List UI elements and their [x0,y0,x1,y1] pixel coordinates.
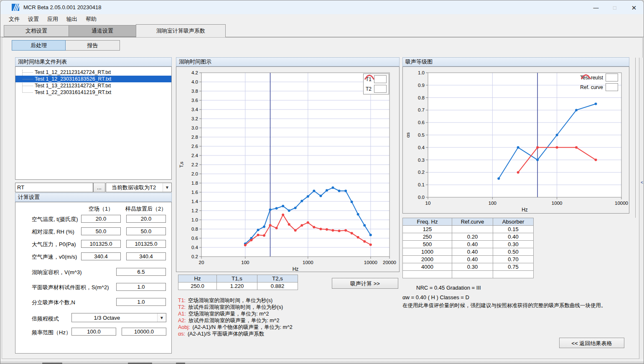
abs-table-row: 1250.15 [403,226,534,233]
tab-channel-settings[interactable]: 通道设置 [69,25,136,37]
absorption-chart-header: 吸声等级图 [402,57,629,66]
legend-entry-ref-curve: Ref. curve [580,83,618,91]
svg-text:0.8: 0.8 [418,95,425,100]
label-air-temp: 空气温度, t(摄氏度) [32,216,78,223]
note-line: A2:放试件后混响室的吸声量，单位为: m^2 [178,317,293,324]
rt-table-cell-t1: 1.220 [217,283,257,290]
file-item[interactable]: Test 1_22_230316141219_RT.txt [15,89,171,96]
humidity-2-input[interactable] [126,227,166,235]
absorption-chart-legend: Test reulst Ref. curve [580,74,618,91]
abs-table-row: 20000.400.70 [403,256,534,263]
rt-table-header-t2: T2,s [257,275,298,283]
pressure-2-input[interactable] [126,240,166,248]
air-temp-2-input[interactable] [126,215,166,223]
absorption-calc-button[interactable]: 吸声计算 >> [332,278,398,289]
abs-table-row: 5000.400.30 [403,241,534,248]
app-icon [12,4,19,11]
subtab-postprocess[interactable]: 后处理 [12,40,66,51]
label-octave-mode: 倍频程模式 [32,315,59,323]
cell-freq: 4000 [403,263,452,271]
cell-absorber [493,271,534,278]
cell-freq: 250 [403,233,452,241]
collapse-strip[interactable]: < [639,58,644,359]
file-item[interactable]: Test 1_13_221123142724_RT.txt [15,82,171,89]
svg-text:0.3: 0.3 [418,158,425,163]
legend-label: Ref. curve [580,84,603,90]
rt-table-cell-hz: 250.0 [178,283,217,290]
t1-curve-icon [374,75,387,83]
svg-text:0.2: 0.2 [191,254,198,259]
cell-ref [452,226,493,233]
abs-table-row: 10000.400.50 [403,248,534,256]
cell-ref: 0.30 [452,263,493,271]
abs-table-header-absorber: Absorber [493,218,534,226]
subtab-report[interactable]: 报告 [65,40,120,51]
legend-label: T2 [366,86,372,92]
menu-apply[interactable]: 应用 [43,15,62,24]
chevron-down-icon[interactable]: ▼ [163,183,171,192]
cell-freq: 2000 [403,256,452,263]
tab-reverb-absorption[interactable]: 混响室计算吸声系数 [136,24,226,37]
abs-table-header-freq: Freq. Hz [403,218,452,226]
rt-name-input[interactable] [15,183,93,192]
menu-help[interactable]: 帮助 [81,15,101,24]
freq-min-input[interactable] [71,328,116,336]
note-text: (A2-A1)/S 平面吸声体的吸声系数 [188,331,264,337]
cell-absorber: 0.50 [493,248,534,256]
humidity-1-input[interactable] [81,227,121,235]
rt-chart[interactable]: 0.20.40.60.81.01.21.41.61.82.02.22.42.62… [176,67,400,272]
test-result-curve-icon [606,74,618,81]
tab-document-settings[interactable]: 文档设置 [4,25,69,37]
cell-ref: 0.20 [452,233,493,241]
absorber-count-input[interactable] [116,298,166,306]
maximize-button[interactable]: □ [605,0,624,14]
rt-chart-legend: T1 T2 [363,74,389,94]
menu-settings[interactable]: 设置 [24,15,43,24]
svg-text:0.9: 0.9 [418,83,425,88]
svg-text:100: 100 [489,201,496,206]
room-volume-input[interactable] [116,268,166,276]
menu-output[interactable]: 输出 [62,15,81,24]
air-temp-1-input[interactable] [81,215,121,223]
sound-speed-1-input[interactable] [81,252,121,260]
svg-text:1.8: 1.8 [191,181,198,186]
panel-divider [635,58,636,218]
menu-file[interactable]: 文件 [5,15,24,24]
back-to-results-button[interactable]: << 返回结果表格 [559,338,624,348]
note-key: A2: [178,318,186,323]
close-button[interactable]: ✕ [624,0,644,14]
rt-file-list[interactable]: Test 1_12_221123142724_RT.txt Test 1_12_… [15,66,172,180]
label-sound-speed: 空气声速，v0(m/s) [32,253,77,261]
chevron-down-icon[interactable]: ▼ [157,313,166,322]
label-sample-area: 平面吸声材料试件面积，S(m^2) [32,284,109,291]
sample-area-input[interactable] [116,283,166,291]
svg-text:4.2: 4.2 [191,70,198,75]
svg-text:0.5: 0.5 [418,132,425,137]
octave-mode-combobox[interactable]: 1/3 Octave ▼ [71,313,166,322]
taskbar-sliver [0,361,644,364]
pressure-1-input[interactable] [81,240,121,248]
svg-text:Hz: Hz [522,207,528,213]
svg-text:2.4: 2.4 [191,153,199,158]
nrc-result-text: NRC = 0.45 Gradation = III [416,285,481,291]
svg-text:1000: 1000 [303,260,313,265]
note-key: Aobj: [178,324,190,330]
freq-max-input[interactable] [122,328,166,336]
minimize-button[interactable]: — [586,0,606,14]
abs-table-row: 40000.300.75 [403,263,534,271]
svg-text:1.0: 1.0 [418,70,425,75]
browse-button[interactable]: ... [93,183,105,192]
svg-text:2.2: 2.2 [191,162,198,167]
svg-text:0.7: 0.7 [418,107,425,112]
sound-speed-2-input[interactable] [126,252,166,260]
file-item[interactable]: Test 1_12_221123142724_RT.txt [15,69,171,76]
cell-absorber: 0.40 [493,233,534,241]
data-mode-combobox[interactable]: 当前数据读取为T2 ▼ [106,183,172,192]
column-header-with-sample: 样品放置后（2） [120,205,172,213]
svg-text:0.0: 0.0 [418,195,425,200]
rt-table-cell-t2: 0.882 [257,283,298,290]
collapse-arrow-icon[interactable]: < [639,180,644,185]
file-item-selected[interactable]: Test 1_12_230316183526_RT.txt [15,76,171,82]
cell-freq: 500 [403,241,452,248]
svg-text:10: 10 [425,201,431,206]
